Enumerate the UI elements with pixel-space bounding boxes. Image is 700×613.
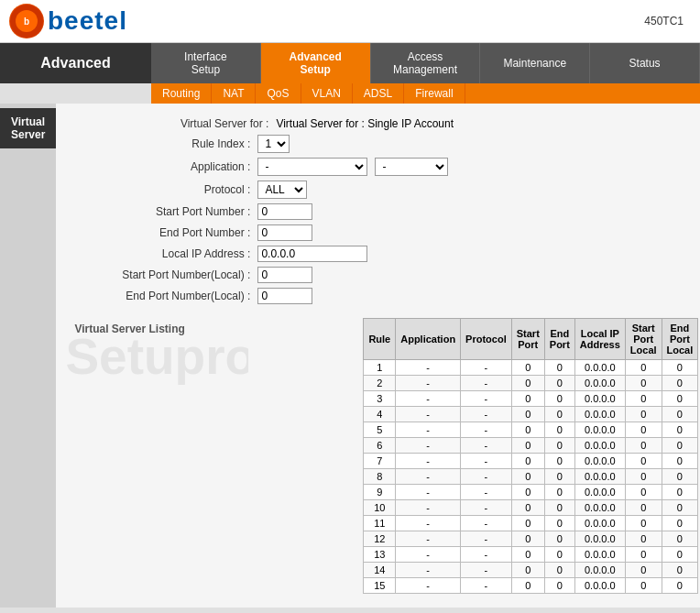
- table-cell: 0: [625, 563, 662, 578]
- start-port-label: Start Port Number :: [74, 205, 257, 218]
- table-cell: 0: [625, 360, 662, 376]
- table-cell: 0: [625, 407, 662, 422]
- nav-item-advanced-setup[interactable]: Advanced Setup: [261, 43, 371, 83]
- sub-nav-firewall[interactable]: Firewall: [404, 83, 465, 104]
- table-cell: 0: [625, 500, 662, 516]
- application-select1[interactable]: -: [257, 158, 367, 176]
- info-label: Virtual Server for :: [74, 117, 276, 130]
- start-port-local-input[interactable]: [257, 267, 312, 283]
- table-cell: -: [461, 578, 512, 594]
- table-cell: 2: [364, 376, 396, 391]
- rule-index-label: Rule Index :: [74, 137, 257, 150]
- virtual-server-table: Rule Application Protocol StartPort End …: [363, 318, 698, 594]
- table-cell: 0.0.0.0: [574, 360, 625, 376]
- table-cell: -: [396, 531, 461, 547]
- logo-area: b beetel: [9, 4, 127, 38]
- end-port-local-input[interactable]: [257, 288, 312, 304]
- table-cell: 8: [364, 469, 396, 485]
- table-cell: 0: [544, 531, 574, 547]
- table-cell: 0.0.0.0: [574, 578, 625, 594]
- table-cell: -: [461, 407, 512, 422]
- table-cell: -: [461, 500, 512, 516]
- table-cell: -: [461, 438, 512, 454]
- end-port-input[interactable]: [257, 224, 312, 241]
- table-cell: 5: [364, 422, 396, 438]
- logo-icon: b: [9, 4, 44, 38]
- nav-item-maintenance[interactable]: Maintenance: [480, 43, 590, 83]
- table-cell: 7: [364, 454, 396, 469]
- sub-nav-adsl[interactable]: ADSL: [353, 83, 404, 104]
- nav-item-access-management[interactable]: Access Management: [371, 43, 481, 83]
- table-cell: 0: [511, 469, 544, 485]
- sub-nav-vlan[interactable]: VLAN: [301, 83, 353, 104]
- table-cell: 0.0.0.0: [574, 469, 625, 485]
- sub-nav-nat[interactable]: NAT: [212, 83, 256, 104]
- col-rule: Rule: [364, 319, 396, 360]
- table-cell: 0: [511, 563, 544, 578]
- table-cell: 0.0.0.0: [574, 531, 625, 547]
- table-row: 1--000.0.0.000: [364, 360, 698, 376]
- table-cell: 0: [511, 547, 544, 563]
- table-cell: -: [396, 485, 461, 500]
- start-port-local-row: Start Port Number(Local) :: [74, 267, 698, 283]
- form-section: Virtual Server for : Virtual Server for …: [74, 117, 698, 304]
- table-cell: -: [461, 454, 512, 469]
- table-cell: 0: [662, 454, 698, 469]
- sidebar: Virtual Server: [0, 104, 56, 608]
- table-cell: 1: [364, 360, 396, 376]
- table-cell: 0: [625, 578, 662, 594]
- table-cell: 14: [364, 563, 396, 578]
- rule-index-select[interactable]: 123: [257, 135, 290, 153]
- table-cell: -: [396, 376, 461, 391]
- sub-nav-wrapper: Routing NAT QoS VLAN ADSL Firewall: [0, 83, 700, 104]
- col-end-port-local: End PortLocal: [662, 319, 698, 360]
- header: b beetel 450TC1: [0, 0, 700, 43]
- table-cell: -: [396, 438, 461, 454]
- table-body: 1--000.0.0.0002--000.0.0.0003--000.0.0.0…: [364, 360, 698, 594]
- table-cell: -: [461, 391, 512, 407]
- local-ip-input[interactable]: [257, 246, 367, 262]
- nav-item-interface-setup[interactable]: Interface Setup: [151, 43, 261, 83]
- table-row: 10--000.0.0.000: [364, 500, 698, 516]
- table-row: 11--000.0.0.000: [364, 516, 698, 531]
- application-row: Application : - -: [74, 158, 698, 176]
- table-cell: 0.0.0.0: [574, 485, 625, 500]
- table-cell: 0: [511, 360, 544, 376]
- table-cell: 11: [364, 516, 396, 531]
- table-cell: 0: [625, 547, 662, 563]
- protocol-select[interactable]: ALLTCPUDP: [257, 181, 307, 199]
- table-cell: -: [396, 500, 461, 516]
- table-cell: -: [396, 422, 461, 438]
- table-cell: 0.0.0.0: [574, 438, 625, 454]
- table-cell: -: [396, 578, 461, 594]
- table-cell: 0: [511, 391, 544, 407]
- info-row: Virtual Server for : Virtual Server for …: [74, 117, 698, 130]
- table-cell: 0: [662, 391, 698, 407]
- table-cell: 0: [625, 376, 662, 391]
- rule-index-row: Rule Index : 123: [74, 135, 698, 153]
- sub-nav-routing[interactable]: Routing: [151, 83, 212, 104]
- table-cell: 0.0.0.0: [574, 454, 625, 469]
- main-content: Virtual Server for : Virtual Server for …: [56, 104, 700, 608]
- table-cell: 0: [544, 485, 574, 500]
- table-cell: 0: [625, 485, 662, 500]
- table-cell: 0: [625, 469, 662, 485]
- table-cell: -: [396, 547, 461, 563]
- table-cell: -: [461, 547, 512, 563]
- start-port-input[interactable]: [257, 203, 312, 220]
- table-cell: 0: [625, 516, 662, 531]
- sub-nav-qos[interactable]: QoS: [256, 83, 301, 104]
- table-cell: 0: [625, 454, 662, 469]
- table-cell: 0: [511, 485, 544, 500]
- sidebar-item-virtual-server[interactable]: Virtual Server: [0, 108, 56, 148]
- table-cell: -: [396, 454, 461, 469]
- info-value: Virtual Server for : Single IP Account: [276, 117, 454, 130]
- application-select2[interactable]: -: [375, 158, 448, 176]
- table-cell: 0: [511, 454, 544, 469]
- table-cell: 0: [625, 438, 662, 454]
- nav-item-status[interactable]: Status: [590, 43, 700, 83]
- table-cell: 0.0.0.0: [574, 407, 625, 422]
- nav-top-items: Interface Setup Advanced Setup Access Ma…: [151, 43, 700, 83]
- table-cell: 0: [511, 531, 544, 547]
- table-cell: -: [396, 469, 461, 485]
